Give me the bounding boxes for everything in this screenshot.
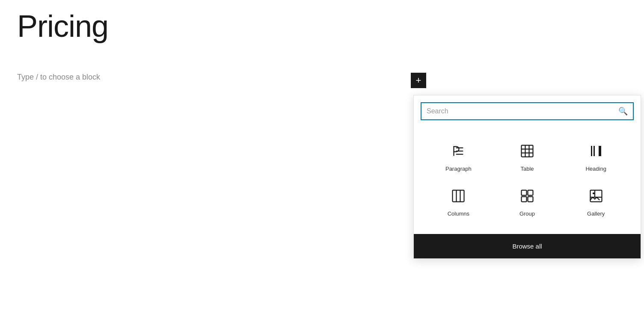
table-icon <box>517 141 537 161</box>
svg-rect-12 <box>590 190 602 202</box>
page-content: Pricing Type / to choose a block + 🔍 Pa <box>0 0 644 311</box>
block-picker-panel: 🔍 Paragraph <box>413 95 641 259</box>
group-icon <box>517 186 537 206</box>
columns-icon <box>448 186 469 206</box>
svg-rect-9 <box>528 190 533 195</box>
heading-icon <box>586 141 606 161</box>
svg-rect-8 <box>521 190 526 195</box>
search-icon: 🔍 <box>618 107 628 116</box>
block-label-table: Table <box>520 166 534 172</box>
block-item-heading[interactable]: Heading <box>561 134 630 179</box>
add-block-button[interactable]: + <box>411 73 426 88</box>
block-label-heading: Heading <box>585 166 606 172</box>
block-label-group: Group <box>519 210 535 217</box>
search-input-wrapper: 🔍 <box>421 102 634 120</box>
svg-rect-10 <box>521 197 526 202</box>
svg-rect-0 <box>521 145 533 157</box>
block-label-columns: Columns <box>448 210 469 217</box>
search-container: 🔍 <box>414 95 641 125</box>
svg-rect-5 <box>453 190 464 202</box>
block-item-gallery[interactable]: Gallery <box>561 179 630 224</box>
blocks-grid: Paragraph Table <box>414 125 641 232</box>
paragraph-icon <box>448 141 469 161</box>
search-input[interactable] <box>427 107 615 115</box>
page-title: Pricing <box>17 9 108 44</box>
gallery-icon <box>586 186 606 206</box>
svg-point-15 <box>592 193 594 195</box>
svg-rect-11 <box>528 197 533 202</box>
block-item-paragraph[interactable]: Paragraph <box>424 134 493 179</box>
block-label-paragraph: Paragraph <box>445 166 472 172</box>
block-item-table[interactable]: Table <box>493 134 562 179</box>
browse-all-button[interactable]: Browse all <box>414 234 641 258</box>
block-item-group[interactable]: Group <box>493 179 562 224</box>
block-label-gallery: Gallery <box>587 210 605 217</box>
block-item-columns[interactable]: Columns <box>424 179 493 224</box>
page-hint: Type / to choose a block <box>17 73 100 82</box>
